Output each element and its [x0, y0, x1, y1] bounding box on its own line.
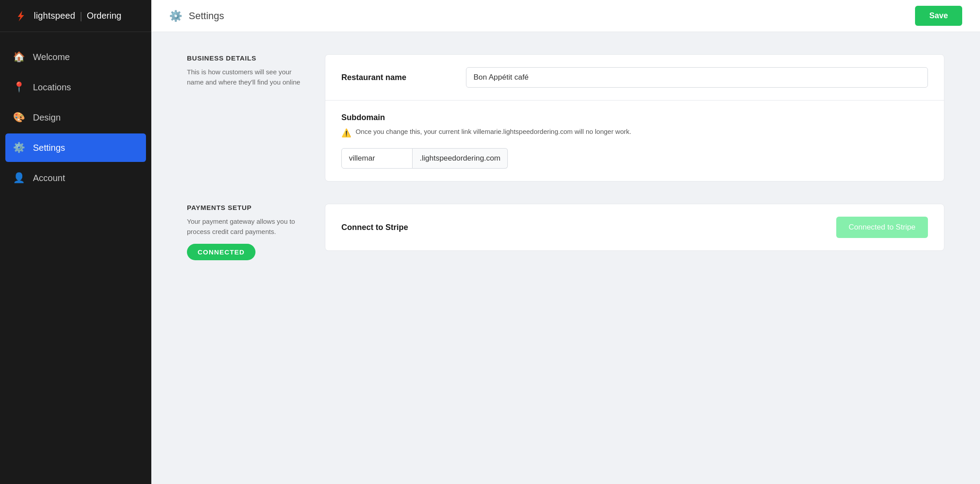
sidebar-item-locations-label: Locations	[33, 82, 71, 93]
payments-body: Connect to Stripe Connected to Stripe	[325, 204, 944, 251]
gear-icon: ⚙️	[169, 10, 182, 22]
sidebar-item-design[interactable]: 🎨 Design	[0, 103, 151, 132]
subdomain-input[interactable]	[341, 148, 413, 169]
sidebar: lightspeed | Ordering 🏠 Welcome 📍 Locati…	[0, 0, 151, 484]
restaurant-name-label: Restaurant name	[341, 73, 457, 82]
payments-heading: PAYMENTS SETUP	[187, 204, 303, 211]
restaurant-name-input-wrapper	[466, 67, 928, 88]
subdomain-row: Subdomain ⚠️ Once you change this, your …	[325, 101, 944, 181]
brand-product: Ordering	[87, 11, 121, 21]
subdomain-suffix: .lightspeedordering.com	[413, 148, 508, 169]
page-title: Settings	[189, 10, 224, 22]
business-details-description: This is how customers will see your name…	[187, 67, 303, 87]
brand-divider: |	[80, 10, 82, 22]
business-details-section: BUSINESS DETAILS This is how customers w…	[187, 54, 944, 182]
location-icon: 📍	[12, 81, 25, 93]
settings-content: BUSINESS DETAILS This is how customers w…	[151, 32, 980, 484]
lightspeed-logo-icon	[12, 8, 28, 24]
header-title-area: ⚙️ Settings	[169, 10, 224, 22]
sidebar-item-account[interactable]: 👤 Account	[0, 164, 151, 192]
sidebar-nav: 🏠 Welcome 📍 Locations 🎨 Design ⚙️ Settin…	[0, 32, 151, 203]
restaurant-name-input[interactable]	[466, 67, 928, 88]
sidebar-item-settings[interactable]: ⚙️ Settings	[5, 133, 146, 162]
payments-label: PAYMENTS SETUP Your payment gateway allo…	[187, 204, 303, 260]
sidebar-item-welcome-label: Welcome	[33, 52, 70, 62]
connect-stripe-label: Connect to Stripe	[341, 223, 827, 232]
subdomain-inputs: .lightspeedordering.com	[341, 148, 928, 169]
connected-badge: CONNECTED	[187, 244, 255, 260]
connected-to-stripe-button[interactable]: Connected to Stripe	[836, 217, 928, 238]
payments-description: Your payment gateway allows you to proce…	[187, 217, 303, 237]
account-icon: 👤	[12, 172, 25, 184]
stripe-row: Connect to Stripe Connected to Stripe	[325, 204, 944, 250]
page-header: ⚙️ Settings Save	[151, 0, 980, 32]
subdomain-title: Subdomain	[341, 113, 928, 122]
sidebar-item-locations[interactable]: 📍 Locations	[0, 73, 151, 101]
save-button[interactable]: Save	[915, 6, 962, 26]
business-details-heading: BUSINESS DETAILS	[187, 54, 303, 62]
main-content: ⚙️ Settings Save BUSINESS DETAILS This i…	[151, 0, 980, 484]
restaurant-name-row: Restaurant name	[325, 55, 944, 101]
home-icon: 🏠	[12, 51, 25, 63]
sidebar-item-welcome[interactable]: 🏠 Welcome	[0, 43, 151, 71]
sidebar-item-settings-label: Settings	[33, 143, 65, 153]
settings-nav-icon: ⚙️	[12, 141, 25, 154]
design-icon: 🎨	[12, 111, 25, 124]
sidebar-item-account-label: Account	[33, 173, 65, 183]
business-details-body: Restaurant name Subdomain ⚠️ Once you ch…	[325, 54, 944, 182]
logo: lightspeed | Ordering	[0, 0, 151, 32]
subdomain-warning-area: ⚠️ Once you change this, your current li…	[341, 127, 928, 139]
business-details-label: BUSINESS DETAILS This is how customers w…	[187, 54, 303, 87]
brand-name: lightspeed	[34, 11, 75, 21]
warning-icon: ⚠️	[341, 127, 351, 139]
subdomain-warning-text: Once you change this, your current link …	[356, 127, 631, 137]
payments-setup-section: PAYMENTS SETUP Your payment gateway allo…	[187, 204, 944, 260]
sidebar-item-design-label: Design	[33, 113, 61, 123]
